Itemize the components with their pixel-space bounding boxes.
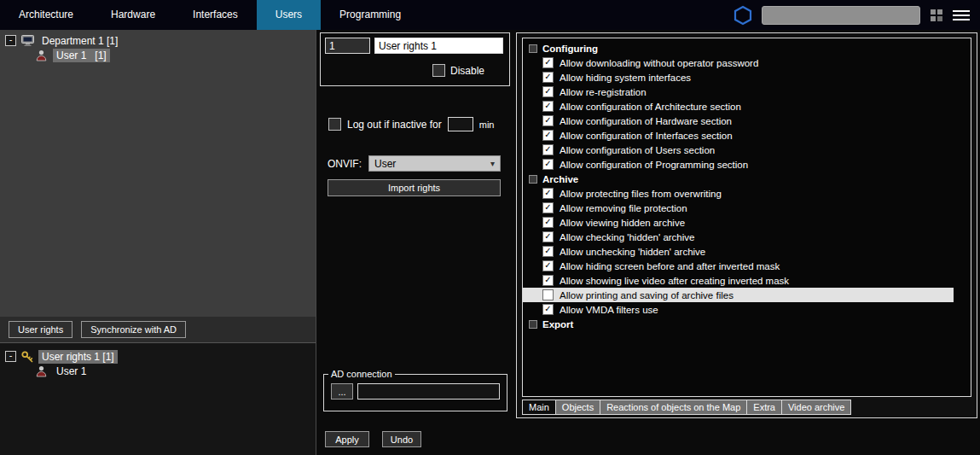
rights-item-row[interactable]: ✓Allow VMDA filters use bbox=[523, 302, 971, 317]
department-tree-item-row[interactable]: User 1 [1] bbox=[0, 48, 316, 62]
checkbox[interactable]: ✓ bbox=[542, 144, 554, 155]
rights-item-label: Allow configuration of Hardware section bbox=[560, 116, 732, 126]
user-icon bbox=[36, 365, 49, 377]
tab-interfaces[interactable]: Interfaces bbox=[174, 0, 257, 30]
rights-item-row[interactable]: ✓Allow hiding system interfaces bbox=[523, 70, 971, 85]
tab-architecture[interactable]: Architecture bbox=[0, 0, 92, 30]
ad-connection-group-box: AD connection ... bbox=[323, 374, 507, 411]
chevron-down-icon: ▾ bbox=[490, 159, 495, 168]
rights-item-row[interactable]: ✓Allow configuration of Architecture sec… bbox=[523, 99, 971, 114]
rights-item-label: Allow showing live video after creating … bbox=[560, 276, 789, 286]
rights-group-label: Export bbox=[542, 319, 573, 330]
rights-checklist: Configuring✓Allow downloading without op… bbox=[522, 38, 971, 397]
rights-item-label: Allow printing and saving of archive fil… bbox=[560, 290, 734, 300]
onvif-row: ONVIF: User ▾ bbox=[328, 155, 501, 172]
rights-group-label: Archive bbox=[542, 174, 578, 184]
disable-checkbox[interactable] bbox=[432, 64, 445, 77]
rights-tab-video-archive[interactable]: Video archive bbox=[782, 400, 851, 415]
department-tree-item-row[interactable]: -Department 1 [1] bbox=[0, 33, 316, 48]
rights-item-label: Allow downloading without operator passw… bbox=[560, 58, 758, 68]
rights-group-row[interactable]: Configuring bbox=[523, 41, 971, 55]
rights-item-row[interactable]: ✓Allow configuration of Programming sect… bbox=[523, 157, 971, 172]
checkbox[interactable]: ✓ bbox=[542, 217, 554, 228]
rights-item-row[interactable]: ✓Allow downloading without operator pass… bbox=[523, 55, 971, 70]
apply-button[interactable]: Apply bbox=[325, 431, 369, 447]
ad-connection-field[interactable] bbox=[357, 383, 500, 400]
rights-tab-reactions-of-objects-on-the-map[interactable]: Reactions of objects on the Map bbox=[600, 400, 747, 415]
hamburger-menu-icon[interactable] bbox=[953, 9, 970, 21]
checkbox[interactable]: ✓ bbox=[542, 188, 554, 199]
department-tree-item-label[interactable]: User 1 [1] bbox=[53, 49, 110, 62]
rights-panel: Configuring✓Allow downloading without op… bbox=[516, 32, 977, 418]
disable-row: Disable bbox=[432, 64, 484, 77]
checkbox[interactable]: ✓ bbox=[542, 101, 554, 112]
rights-group-row[interactable]: Archive bbox=[523, 172, 971, 186]
rights-item-label: Allow removing file protection bbox=[560, 203, 687, 213]
rights-item-row[interactable]: ✓Allow unchecking 'hidden' archive bbox=[523, 244, 971, 259]
rights-item-label: Allow configuration of Interfaces sectio… bbox=[560, 131, 733, 141]
key-icon bbox=[21, 351, 35, 363]
checkbox[interactable]: ✓ bbox=[542, 231, 554, 242]
rights-tab-main[interactable]: Main bbox=[522, 400, 556, 415]
checkbox[interactable]: ✓ bbox=[542, 260, 554, 271]
rights-item-row[interactable]: ✓Allow viewing hidden archive bbox=[523, 215, 971, 230]
rights-item-row[interactable]: ✓Allow hiding screen before and after in… bbox=[523, 259, 971, 273]
tree-expand-icon[interactable] bbox=[529, 175, 537, 184]
rights-tab-extra[interactable]: Extra bbox=[747, 400, 782, 415]
checkbox[interactable]: ✓ bbox=[542, 57, 554, 68]
rights-item-row[interactable]: ✓Allow showing live video after creating… bbox=[523, 273, 971, 288]
tree-collapse-icon[interactable]: - bbox=[5, 351, 16, 362]
tree-expand-icon[interactable] bbox=[529, 44, 537, 53]
tab-users[interactable]: Users bbox=[257, 0, 321, 30]
rights-tree-item-label[interactable]: User rights 1 [1] bbox=[38, 350, 118, 364]
import-rights-button[interactable]: Import rights bbox=[328, 179, 501, 196]
checkbox[interactable]: ✓ bbox=[542, 304, 554, 315]
checkbox[interactable]: ✓ bbox=[542, 202, 554, 213]
tab-programming[interactable]: Programming bbox=[321, 0, 420, 30]
user-rights-tree: -User rights 1 [1]User 1 bbox=[0, 344, 316, 455]
tree-expand-icon[interactable] bbox=[529, 320, 537, 329]
tab-hardware[interactable]: Hardware bbox=[92, 0, 174, 30]
checkbox[interactable]: ✓ bbox=[542, 246, 554, 257]
rights-item-row[interactable]: ✓Allow protecting files from overwriting bbox=[523, 186, 971, 201]
logout-minutes-field[interactable] bbox=[448, 117, 473, 131]
rights-tree-item-row[interactable]: User 1 bbox=[0, 364, 316, 378]
tree-collapse-icon[interactable]: - bbox=[5, 35, 16, 46]
properties-panel: Disable Log out if inactive for min ONVI… bbox=[316, 30, 515, 455]
rights-group-row[interactable]: Export bbox=[523, 317, 971, 331]
left-button-strip: User rights Synchronize with AD bbox=[0, 317, 316, 343]
topbar-right bbox=[734, 0, 980, 30]
department-tree-item-label[interactable]: Department 1 [1] bbox=[38, 34, 121, 48]
logout-inactive-checkbox[interactable] bbox=[328, 118, 341, 131]
user-rights-button[interactable]: User rights bbox=[9, 321, 72, 338]
checkbox[interactable]: ✓ bbox=[542, 159, 554, 170]
department-tree: -Department 1 [1]User 1 [1] bbox=[0, 30, 316, 320]
synchronize-with-ad-button[interactable]: Synchronize with AD bbox=[81, 321, 186, 338]
checkbox[interactable]: ✓ bbox=[542, 130, 554, 141]
rights-tree-item-label[interactable]: User 1 bbox=[53, 365, 90, 378]
logout-row: Log out if inactive for min bbox=[328, 117, 494, 131]
rights-item-row[interactable]: ✓Allow removing file protection bbox=[523, 201, 971, 215]
rights-item-row[interactable]: ✓Allow configuration of Interfaces secti… bbox=[523, 128, 971, 143]
checkbox[interactable]: ✓ bbox=[542, 275, 554, 286]
rights-item-row[interactable]: ✓Allow configuration of Hardware section bbox=[523, 114, 971, 128]
checkbox[interactable]: ✓ bbox=[542, 115, 554, 126]
object-id-field[interactable] bbox=[325, 38, 370, 54]
onvif-dropdown[interactable]: User ▾ bbox=[368, 155, 501, 172]
checkbox[interactable]: ✓ bbox=[542, 72, 554, 83]
rights-item-row[interactable]: ✓Allow checking 'hidden' archive bbox=[523, 230, 971, 244]
rights-item-label: Allow configuration of Programming secti… bbox=[560, 160, 748, 170]
ad-browse-button[interactable]: ... bbox=[331, 383, 353, 400]
rights-item-row[interactable]: ✓Allow configuration of Users section bbox=[523, 143, 971, 157]
search-input[interactable] bbox=[762, 6, 920, 25]
checkbox[interactable]: ✓ bbox=[542, 86, 554, 97]
rights-item-row[interactable]: ✓Allow re-registration bbox=[523, 85, 971, 99]
rights-tree-item-row[interactable]: -User rights 1 [1] bbox=[0, 349, 316, 364]
checkbox[interactable] bbox=[542, 289, 554, 300]
rights-item-row[interactable]: Allow printing and saving of archive fil… bbox=[523, 288, 954, 302]
object-name-field[interactable] bbox=[374, 38, 503, 54]
rights-item-label: Allow hiding screen before and after inv… bbox=[560, 261, 780, 271]
grid-icon[interactable] bbox=[930, 9, 943, 22]
rights-tab-objects[interactable]: Objects bbox=[556, 400, 600, 415]
undo-button[interactable]: Undo bbox=[382, 431, 421, 447]
